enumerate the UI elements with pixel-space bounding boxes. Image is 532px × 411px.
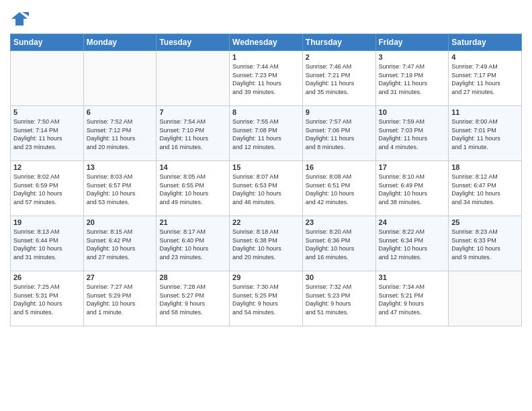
calendar-cell: 27Sunrise: 7:27 AM Sunset: 5:29 PM Dayli… <box>83 271 157 326</box>
calendar-cell: 10Sunrise: 7:59 AM Sunset: 7:03 PM Dayli… <box>375 106 449 161</box>
calendar-cell: 7Sunrise: 7:54 AM Sunset: 7:10 PM Daylig… <box>157 106 230 161</box>
day-info: Sunrise: 7:59 AM Sunset: 7:03 PM Dayligh… <box>379 118 446 151</box>
day-info: Sunrise: 8:22 AM Sunset: 6:34 PM Dayligh… <box>379 228 446 261</box>
calendar-cell <box>157 51 230 106</box>
day-number: 30 <box>306 273 373 281</box>
day-info: Sunrise: 7:52 AM Sunset: 7:12 PM Dayligh… <box>87 118 154 151</box>
day-number: 25 <box>451 218 519 226</box>
day-info: Sunrise: 7:47 AM Sunset: 7:19 PM Dayligh… <box>379 62 446 96</box>
col-thursday: Thursday <box>302 34 375 51</box>
day-number: 2 <box>306 53 373 61</box>
day-number: 9 <box>306 108 373 116</box>
calendar-cell: 3Sunrise: 7:47 AM Sunset: 7:19 PM Daylig… <box>375 51 449 106</box>
day-info: Sunrise: 7:44 AM Sunset: 7:23 PM Dayligh… <box>232 62 300 96</box>
day-info: Sunrise: 8:20 AM Sunset: 6:36 PM Dayligh… <box>306 228 373 261</box>
calendar-cell: 13Sunrise: 8:03 AM Sunset: 6:57 PM Dayli… <box>83 161 157 216</box>
col-monday: Monday <box>83 34 157 51</box>
logo-icon <box>10 9 29 28</box>
day-number: 12 <box>13 163 81 171</box>
day-number: 11 <box>451 108 519 116</box>
day-number: 23 <box>306 218 373 226</box>
day-info: Sunrise: 8:15 AM Sunset: 6:42 PM Dayligh… <box>87 228 154 261</box>
calendar-table: Sunday Monday Tuesday Wednesday Thursday… <box>10 34 522 326</box>
day-number: 8 <box>232 108 300 116</box>
day-info: Sunrise: 7:54 AM Sunset: 7:10 PM Dayligh… <box>159 118 226 151</box>
day-info: Sunrise: 8:23 AM Sunset: 6:33 PM Dayligh… <box>451 228 519 261</box>
day-info: Sunrise: 8:05 AM Sunset: 6:55 PM Dayligh… <box>159 173 226 206</box>
day-info: Sunrise: 7:25 AM Sunset: 5:31 PM Dayligh… <box>13 283 81 316</box>
calendar-cell: 1Sunrise: 7:44 AM Sunset: 7:23 PM Daylig… <box>230 51 303 106</box>
day-number: 28 <box>159 273 226 281</box>
col-tuesday: Tuesday <box>157 34 230 51</box>
day-info: Sunrise: 7:34 AM Sunset: 5:21 PM Dayligh… <box>379 283 446 316</box>
col-friday: Friday <box>375 34 449 51</box>
day-info: Sunrise: 8:07 AM Sunset: 6:53 PM Dayligh… <box>232 173 300 206</box>
day-info: Sunrise: 8:10 AM Sunset: 6:49 PM Dayligh… <box>379 173 446 206</box>
day-number: 27 <box>87 273 154 281</box>
day-info: Sunrise: 8:00 AM Sunset: 7:01 PM Dayligh… <box>451 118 519 151</box>
day-number: 20 <box>87 218 154 226</box>
col-saturday: Saturday <box>449 34 522 51</box>
calendar-cell: 2Sunrise: 7:46 AM Sunset: 7:21 PM Daylig… <box>302 51 375 106</box>
day-info: Sunrise: 7:55 AM Sunset: 7:08 PM Dayligh… <box>232 118 300 151</box>
calendar-cell: 19Sunrise: 8:13 AM Sunset: 6:44 PM Dayli… <box>11 216 84 271</box>
day-number: 15 <box>232 163 300 171</box>
calendar-week-row: 26Sunrise: 7:25 AM Sunset: 5:31 PM Dayli… <box>11 271 522 326</box>
calendar-cell: 8Sunrise: 7:55 AM Sunset: 7:08 PM Daylig… <box>230 106 303 161</box>
day-number: 21 <box>159 218 226 226</box>
calendar-week-row: 12Sunrise: 8:02 AM Sunset: 6:59 PM Dayli… <box>11 161 522 216</box>
day-number: 5 <box>13 108 81 116</box>
calendar-cell: 29Sunrise: 7:30 AM Sunset: 5:25 PM Dayli… <box>230 271 303 326</box>
day-info: Sunrise: 8:08 AM Sunset: 6:51 PM Dayligh… <box>306 173 373 206</box>
day-number: 31 <box>379 273 446 281</box>
day-info: Sunrise: 8:12 AM Sunset: 6:47 PM Dayligh… <box>451 173 519 206</box>
page-header <box>10 7 522 28</box>
calendar-cell: 31Sunrise: 7:34 AM Sunset: 5:21 PM Dayli… <box>375 271 449 326</box>
calendar-cell <box>449 271 522 326</box>
day-info: Sunrise: 8:18 AM Sunset: 6:38 PM Dayligh… <box>232 228 300 261</box>
day-number: 16 <box>306 163 373 171</box>
calendar-cell: 23Sunrise: 8:20 AM Sunset: 6:36 PM Dayli… <box>302 216 375 271</box>
day-number: 13 <box>87 163 154 171</box>
calendar-week-row: 1Sunrise: 7:44 AM Sunset: 7:23 PM Daylig… <box>11 51 522 106</box>
calendar-cell: 25Sunrise: 8:23 AM Sunset: 6:33 PM Dayli… <box>449 216 522 271</box>
calendar-cell: 30Sunrise: 7:32 AM Sunset: 5:23 PM Dayli… <box>302 271 375 326</box>
calendar-cell: 18Sunrise: 8:12 AM Sunset: 6:47 PM Dayli… <box>449 161 522 216</box>
calendar-cell: 4Sunrise: 7:49 AM Sunset: 7:17 PM Daylig… <box>449 51 522 106</box>
day-info: Sunrise: 7:50 AM Sunset: 7:14 PM Dayligh… <box>13 118 81 151</box>
day-number: 3 <box>379 53 446 61</box>
day-number: 26 <box>13 273 81 281</box>
day-number: 6 <box>87 108 154 116</box>
calendar-cell: 12Sunrise: 8:02 AM Sunset: 6:59 PM Dayli… <box>11 161 84 216</box>
day-number: 22 <box>232 218 300 226</box>
calendar-cell: 21Sunrise: 8:17 AM Sunset: 6:40 PM Dayli… <box>157 216 230 271</box>
calendar-cell: 20Sunrise: 8:15 AM Sunset: 6:42 PM Dayli… <box>83 216 157 271</box>
calendar-week-row: 5Sunrise: 7:50 AM Sunset: 7:14 PM Daylig… <box>11 106 522 161</box>
calendar-header-row: Sunday Monday Tuesday Wednesday Thursday… <box>11 34 522 51</box>
day-info: Sunrise: 7:27 AM Sunset: 5:29 PM Dayligh… <box>87 283 154 316</box>
day-info: Sunrise: 7:46 AM Sunset: 7:21 PM Dayligh… <box>306 62 373 96</box>
calendar-cell <box>83 51 157 106</box>
day-number: 10 <box>379 108 446 116</box>
calendar-cell: 5Sunrise: 7:50 AM Sunset: 7:14 PM Daylig… <box>11 106 84 161</box>
calendar-cell: 11Sunrise: 8:00 AM Sunset: 7:01 PM Dayli… <box>449 106 522 161</box>
calendar-cell: 22Sunrise: 8:18 AM Sunset: 6:38 PM Dayli… <box>230 216 303 271</box>
day-info: Sunrise: 7:28 AM Sunset: 5:27 PM Dayligh… <box>159 283 226 316</box>
day-info: Sunrise: 7:32 AM Sunset: 5:23 PM Dayligh… <box>306 283 373 316</box>
calendar-cell: 15Sunrise: 8:07 AM Sunset: 6:53 PM Dayli… <box>230 161 303 216</box>
day-info: Sunrise: 8:02 AM Sunset: 6:59 PM Dayligh… <box>13 173 81 206</box>
calendar-cell: 26Sunrise: 7:25 AM Sunset: 5:31 PM Dayli… <box>11 271 84 326</box>
col-wednesday: Wednesday <box>230 34 303 51</box>
day-number: 19 <box>13 218 81 226</box>
calendar-cell: 28Sunrise: 7:28 AM Sunset: 5:27 PM Dayli… <box>157 271 230 326</box>
calendar-cell: 14Sunrise: 8:05 AM Sunset: 6:55 PM Dayli… <box>157 161 230 216</box>
day-info: Sunrise: 7:30 AM Sunset: 5:25 PM Dayligh… <box>232 283 300 316</box>
calendar-cell: 24Sunrise: 8:22 AM Sunset: 6:34 PM Dayli… <box>375 216 449 271</box>
day-number: 18 <box>451 163 519 171</box>
day-number: 14 <box>159 163 226 171</box>
day-info: Sunrise: 7:57 AM Sunset: 7:06 PM Dayligh… <box>306 118 373 151</box>
day-number: 17 <box>379 163 446 171</box>
day-info: Sunrise: 8:17 AM Sunset: 6:40 PM Dayligh… <box>159 228 226 261</box>
calendar-cell: 17Sunrise: 8:10 AM Sunset: 6:49 PM Dayli… <box>375 161 449 216</box>
calendar-week-row: 19Sunrise: 8:13 AM Sunset: 6:44 PM Dayli… <box>11 216 522 271</box>
